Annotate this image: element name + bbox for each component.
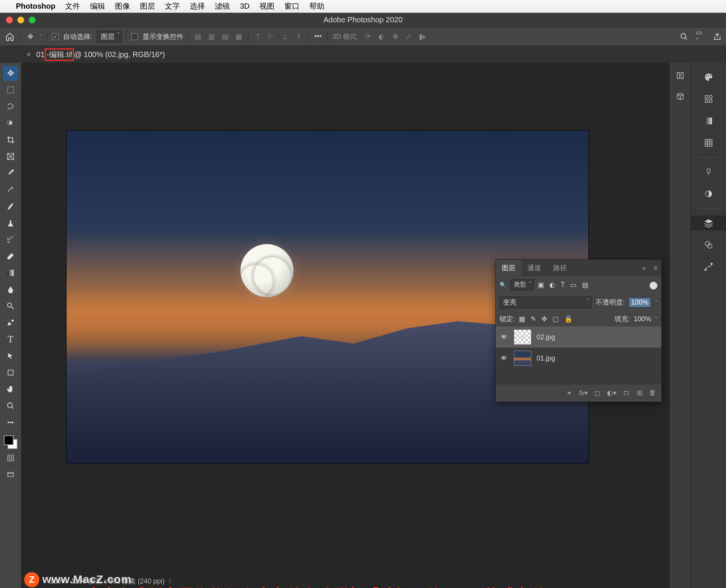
- menu-3d[interactable]: 3D: [240, 2, 250, 11]
- search-icon[interactable]: [679, 32, 689, 42]
- opacity-chevron-icon[interactable]: ˅: [655, 300, 658, 305]
- panel-menu-icon[interactable]: ≡: [650, 264, 661, 272]
- menu-help[interactable]: 帮助: [309, 1, 324, 11]
- menu-type[interactable]: 文字: [165, 1, 180, 11]
- blend-mode-dropdown[interactable]: 变亮: [500, 296, 592, 308]
- filter-smart-icon[interactable]: ▤: [582, 281, 588, 289]
- zoom-tool[interactable]: [3, 398, 18, 413]
- group-icon[interactable]: 🗀: [623, 389, 630, 397]
- learn-panel-icon[interactable]: [701, 164, 716, 179]
- libraries-panel-icon[interactable]: [674, 90, 686, 102]
- layer-thumbnail[interactable]: [514, 330, 531, 345]
- fill-chevron-icon[interactable]: ˅: [655, 316, 658, 322]
- lock-pixels-icon[interactable]: ✎: [531, 315, 536, 323]
- filter-type-icon[interactable]: T: [561, 281, 565, 289]
- link-layers-icon[interactable]: ⚭: [566, 389, 572, 397]
- app-name[interactable]: Photoshop: [16, 2, 55, 11]
- channels-panel-icon[interactable]: [701, 237, 716, 252]
- menu-layer[interactable]: 图层: [140, 1, 155, 11]
- auto-select-dropdown[interactable]: 图层: [97, 31, 122, 43]
- layers-panel-icon[interactable]: [691, 215, 726, 231]
- opacity-input[interactable]: 100%: [628, 297, 651, 308]
- frame-tool[interactable]: [3, 149, 18, 164]
- tab-paths[interactable]: 路径: [547, 260, 573, 276]
- search-kind-icon[interactable]: 🔍: [500, 282, 507, 288]
- lock-transparency-icon[interactable]: ▦: [519, 315, 525, 323]
- distribute-spacing-icon[interactable]: ⫴: [294, 32, 304, 42]
- shape-tool[interactable]: [3, 365, 18, 380]
- distribute-bottom-icon[interactable]: ⊥: [280, 32, 290, 42]
- auto-select-checkbox[interactable]: [52, 33, 59, 40]
- lasso-tool[interactable]: [3, 99, 18, 114]
- lock-all-icon[interactable]: 🔒: [564, 315, 572, 323]
- color-swatch[interactable]: [4, 435, 17, 449]
- foreground-color-swatch[interactable]: [4, 435, 14, 445]
- screen-mode-icon[interactable]: [3, 467, 18, 482]
- layer-name[interactable]: 02.jpg: [537, 333, 555, 341]
- 3d-pan-icon[interactable]: ✥: [390, 32, 400, 42]
- align-center-h-icon[interactable]: ▥: [206, 32, 216, 42]
- crop-tool[interactable]: [3, 132, 18, 147]
- paths-panel-icon[interactable]: [701, 259, 716, 274]
- filter-adjust-icon[interactable]: ◐: [549, 281, 555, 289]
- menu-view[interactable]: 视图: [259, 1, 275, 11]
- new-layer-icon[interactable]: ⊞: [637, 389, 642, 397]
- pen-tool[interactable]: [3, 315, 18, 330]
- quick-mask-icon[interactable]: [3, 450, 18, 466]
- align-right-icon[interactable]: ▤: [220, 32, 230, 42]
- layer-style-icon[interactable]: fx▾: [579, 389, 588, 397]
- marquee-tool[interactable]: [3, 82, 18, 97]
- layer-mask-icon[interactable]: ◻: [594, 389, 600, 397]
- adjustments-panel-icon[interactable]: [701, 186, 716, 201]
- visibility-icon[interactable]: 👁: [500, 333, 509, 341]
- panel-collapse-icon[interactable]: »: [638, 264, 650, 272]
- menu-window[interactable]: 窗口: [284, 1, 299, 11]
- filter-toggle-icon[interactable]: ⬤: [649, 280, 658, 289]
- eyedropper-tool[interactable]: [3, 166, 18, 181]
- healing-brush-tool[interactable]: [3, 182, 18, 197]
- type-tool[interactable]: T: [3, 332, 18, 347]
- tool-options-icon[interactable]: •••: [3, 415, 18, 430]
- path-select-tool[interactable]: [3, 348, 18, 364]
- maximize-window-button[interactable]: [29, 17, 36, 23]
- layer-row[interactable]: 👁 01.jpg: [496, 348, 661, 369]
- quick-select-tool[interactable]: [3, 116, 18, 131]
- menu-select[interactable]: 选择: [190, 1, 205, 11]
- history-brush-tool[interactable]: [3, 232, 18, 247]
- fill-input[interactable]: 100%: [634, 315, 651, 323]
- home-button[interactable]: [4, 31, 16, 43]
- eraser-tool[interactable]: [3, 249, 18, 264]
- close-tab-icon[interactable]: ×: [26, 50, 31, 59]
- move-tool[interactable]: ✥: [3, 66, 18, 81]
- doc-tab-prefix[interactable]: 01: [36, 50, 45, 59]
- blur-tool[interactable]: [3, 282, 18, 297]
- filter-shape-icon[interactable]: ▭: [570, 281, 577, 289]
- layer-row[interactable]: 👁 02.jpg: [496, 326, 661, 348]
- align-top-icon[interactable]: ▦: [234, 32, 244, 42]
- tab-layers[interactable]: 图层: [496, 260, 521, 276]
- hand-tool[interactable]: [3, 382, 18, 397]
- more-options-icon[interactable]: •••: [313, 32, 323, 42]
- minimize-window-button[interactable]: [17, 17, 24, 23]
- align-left-icon[interactable]: ▤: [193, 32, 203, 42]
- gradients-panel-icon[interactable]: [701, 113, 716, 128]
- menu-edit[interactable]: 编辑: [90, 1, 105, 11]
- gradient-tool[interactable]: [3, 265, 18, 280]
- 3d-slide-icon[interactable]: ⤢: [404, 32, 414, 42]
- move-tool-icon[interactable]: ✥: [25, 32, 35, 42]
- adjustment-layer-icon[interactable]: ◐▾: [607, 389, 616, 397]
- visibility-icon[interactable]: 👁: [500, 354, 509, 362]
- status-arrow-icon[interactable]: 〉: [168, 577, 175, 586]
- history-panel-icon[interactable]: [674, 70, 686, 82]
- show-transform-checkbox[interactable]: [131, 33, 138, 40]
- brush-tool[interactable]: [3, 199, 18, 214]
- swatches-panel-icon[interactable]: [701, 91, 716, 107]
- layer-filter-dropdown[interactable]: 类型: [510, 279, 534, 290]
- lock-position-icon[interactable]: ✥: [541, 315, 547, 323]
- menu-filter[interactable]: 滤镜: [215, 1, 230, 11]
- distribute-top-icon[interactable]: ⊤: [253, 32, 263, 42]
- 3d-camera-icon[interactable]: ▮▸: [417, 32, 427, 42]
- tab-channels[interactable]: 通道: [521, 260, 547, 276]
- layers-panel[interactable]: 图层 通道 路径 » ≡ 🔍 类型 ▣ ◐ T ▭ ▤ ⬤: [495, 259, 662, 402]
- 3d-roll-icon[interactable]: ◐: [377, 32, 386, 42]
